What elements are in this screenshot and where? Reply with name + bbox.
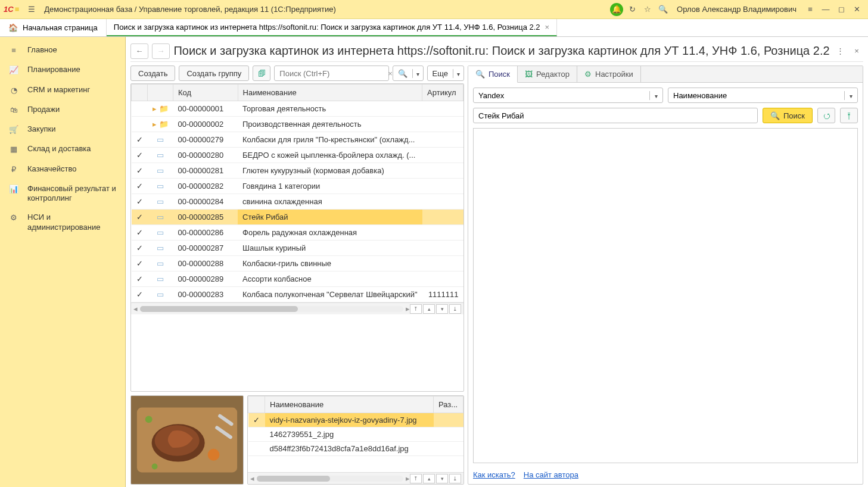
table-row[interactable]: ✓▭00-00000288Колбаски-гриль свинные: [132, 256, 463, 271]
save-image-button[interactable]: ⭯: [817, 108, 835, 123]
row-last-button[interactable]: ⤓: [449, 474, 461, 483]
page-close-icon[interactable]: ×: [850, 46, 863, 55]
table-row[interactable]: ✓▭00-00000285Стейк Рибай: [132, 210, 463, 225]
row-first-button[interactable]: ⤒: [410, 474, 422, 483]
sidebar-item-admin[interactable]: ⚙НСИ и администрирование: [0, 208, 125, 237]
h-scrollbar[interactable]: [257, 476, 403, 482]
search-button[interactable]: 🔍Поиск: [763, 108, 813, 123]
notifications-button[interactable]: 🔔: [609, 2, 624, 17]
chevron-down-icon[interactable]: [649, 91, 662, 100]
check-cell[interactable]: [132, 117, 148, 132]
check-cell[interactable]: [132, 101, 148, 117]
check-cell[interactable]: ✓: [132, 225, 148, 241]
scrollbar-thumb[interactable]: [140, 306, 298, 312]
check-cell[interactable]: ✓: [132, 210, 148, 225]
chevron-down-icon[interactable]: [453, 69, 463, 78]
check-cell[interactable]: ✓: [248, 413, 265, 427]
username[interactable]: Орлов Александр Владимирович: [677, 5, 797, 14]
nav-forward-button[interactable]: →: [152, 43, 170, 59]
h-scrollbar[interactable]: [140, 306, 403, 312]
check-cell[interactable]: [248, 427, 265, 442]
sidebar-item-treasury[interactable]: ₽Казначейство: [0, 160, 125, 179]
table-row[interactable]: ✓▭00-00000284свинина охлажденная: [132, 194, 463, 210]
table-row[interactable]: ✓▭00-00000280БЕДРО с кожей цыпленка-брой…: [132, 148, 463, 163]
check-cell[interactable]: ✓: [132, 241, 148, 256]
check-cell[interactable]: ✓: [132, 287, 148, 302]
check-cell[interactable]: ✓: [132, 163, 148, 179]
table-row[interactable]: d584ff23f6b72413d8cfa7a1e8dd16af.jpg: [248, 442, 463, 456]
scroll-left-icon[interactable]: ◂: [250, 474, 254, 483]
maximize-button[interactable]: ◻: [833, 2, 849, 17]
col-check[interactable]: [248, 397, 265, 413]
table-row[interactable]: ✓▭00-00000283Колбаса полукопченая "Серве…: [132, 287, 463, 302]
check-cell[interactable]: ✓: [132, 194, 148, 210]
tab-settings[interactable]: ⚙Настройки: [577, 66, 641, 82]
sidebar-item-sales[interactable]: 🛍Продажи: [0, 100, 125, 120]
check-cell[interactable]: ✓: [132, 271, 148, 287]
scrollbar-thumb[interactable]: [257, 476, 330, 482]
table-row[interactable]: ✓▭00-00000286Форель радужная охлажденная: [132, 225, 463, 241]
check-cell[interactable]: [248, 442, 265, 456]
search-exec-button[interactable]: 🔍: [393, 65, 424, 81]
check-cell[interactable]: ✓: [132, 256, 148, 271]
minimize-button[interactable]: —: [818, 2, 833, 17]
row-down-button[interactable]: ▾: [436, 474, 448, 483]
col-check[interactable]: [132, 85, 148, 101]
open-tab[interactable]: Поиск и загрузка картинок из интернета h…: [107, 19, 557, 36]
upload-image-button[interactable]: ⭱: [840, 108, 858, 123]
nav-back-button[interactable]: ←: [130, 43, 148, 59]
table-row[interactable]: ▸ 📁00-00000002Производственная деятельно…: [132, 117, 463, 132]
check-cell[interactable]: ✓: [132, 179, 148, 194]
close-button[interactable]: ✕: [849, 2, 864, 17]
tab-editor[interactable]: 🖼Редактор: [518, 66, 577, 82]
hamburger-icon[interactable]: ☰: [24, 2, 39, 17]
create-button[interactable]: Создать: [130, 65, 175, 81]
engine-combo[interactable]: Yandex: [473, 88, 663, 103]
table-row[interactable]: ✓▭00-00000279Колбаски для гриля "По-крес…: [132, 132, 463, 148]
row-up-button[interactable]: ▴: [423, 474, 435, 483]
table-row[interactable]: ✓vidy-i-nazvaniya-stejkov-iz-govyadiny-7…: [248, 413, 463, 427]
table-row[interactable]: ✓▭00-00000289Ассорти колбасное: [132, 271, 463, 287]
history-icon[interactable]: ↻: [624, 2, 640, 17]
copy-button[interactable]: 🗐: [253, 65, 270, 81]
more-button[interactable]: Еще: [427, 65, 464, 81]
image-grid[interactable]: Наименование Раз... ✓vidy-i-nazvaniya-st…: [248, 396, 463, 456]
scroll-right-icon[interactable]: ▸: [406, 474, 410, 483]
tab-search[interactable]: 🔍Поиск: [468, 66, 518, 83]
sidebar-item-purchases[interactable]: 🛒Закупки: [0, 120, 125, 139]
field-combo[interactable]: Наименование: [668, 88, 858, 103]
chevron-down-icon[interactable]: [412, 69, 423, 78]
search-icon[interactable]: 🔍: [655, 2, 671, 17]
settings-bars-icon[interactable]: ≡: [802, 2, 818, 17]
query-input[interactable]: [473, 108, 758, 123]
col-name[interactable]: Наименование: [265, 397, 434, 413]
col-type[interactable]: [148, 85, 173, 101]
col-art[interactable]: Артикул: [422, 85, 463, 101]
sidebar-item-planning[interactable]: 📈Планирование: [0, 60, 125, 80]
results-area[interactable]: [473, 128, 858, 463]
items-grid[interactable]: Код Наименование Артикул ▸ 📁00-00000001Т…: [131, 84, 463, 302]
more-actions-icon[interactable]: ⋮: [833, 46, 847, 55]
home-tab[interactable]: 🏠 Начальная страница: [0, 19, 107, 36]
sidebar-item-warehouse[interactable]: ▦Склад и доставка: [0, 139, 125, 159]
link-how-to-search[interactable]: Как искать?: [473, 470, 515, 479]
col-name[interactable]: Наименование: [238, 85, 422, 101]
sidebar-item-main[interactable]: ≡Главное: [0, 40, 125, 60]
chevron-down-icon[interactable]: [844, 91, 857, 100]
scroll-left-icon[interactable]: ◂: [133, 304, 138, 313]
row-down-button[interactable]: ▾: [436, 304, 448, 314]
create-group-button[interactable]: Создать группу: [179, 65, 249, 81]
col-size[interactable]: Раз...: [434, 397, 463, 413]
table-row[interactable]: ✓▭00-00000281Глютен кукурузный (кормовая…: [132, 163, 463, 179]
row-first-button[interactable]: ⤒: [410, 304, 422, 314]
check-cell[interactable]: ✓: [132, 132, 148, 148]
table-row[interactable]: ✓▭00-00000282Говядина 1 категории: [132, 179, 463, 194]
table-row[interactable]: ▸ 📁00-00000001Торговая деятельность: [132, 101, 463, 117]
link-author-site[interactable]: На сайт автора: [524, 470, 578, 479]
sidebar-item-finresult[interactable]: 📊Финансовый результат и контроллинг: [0, 179, 125, 208]
table-row[interactable]: ✓▭00-00000287Шашлык куриный: [132, 241, 463, 256]
scroll-right-icon[interactable]: ▸: [406, 304, 410, 313]
tab-close-icon[interactable]: ×: [545, 23, 550, 32]
row-last-button[interactable]: ⤓: [449, 304, 461, 314]
col-code[interactable]: Код: [173, 85, 238, 101]
